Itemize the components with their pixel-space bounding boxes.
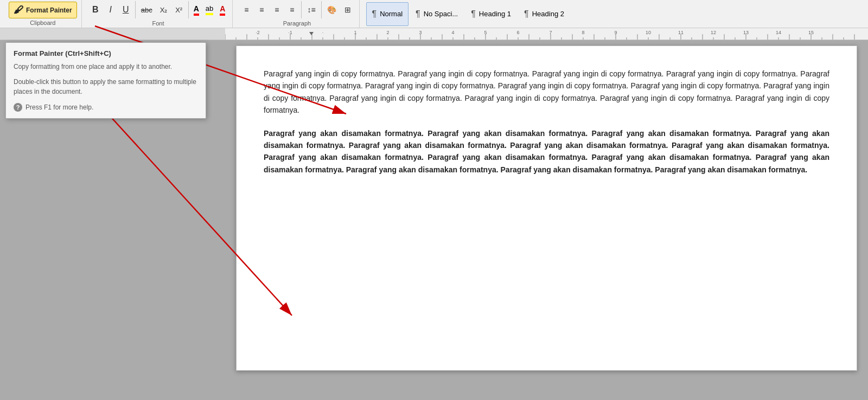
help-text: Press F1 for more help. [25,104,93,111]
svg-text:·1: ·1 [288,30,292,35]
ruler-content: ·2 ·1 · 1 2 3 4 5 6 7 8 9 10 11 12 13 14… [225,28,868,40]
align-justify-button[interactable]: ≡ [285,2,299,17]
format-painter-label: Format Painter [26,7,72,14]
svg-text:·2: ·2 [256,30,260,35]
tooltip-title: Format Painter (Ctrl+Shift+C) [14,49,198,57]
tooltip-help: ? Press F1 for more help. [14,103,198,112]
svg-text:·: · [322,30,324,35]
bold-button[interactable]: B [88,2,103,17]
styles-section: ¶ Normal ¶ No Spaci... ¶ Heading 1 ¶ Hea… [362,0,864,28]
document-paragraph-1: Paragraf yang ingin di copy formatnya. P… [264,68,829,117]
subscript-button[interactable]: X₂ [157,2,171,17]
style-heading1-label: Heading 1 [479,10,511,18]
highlight-icon: ab [206,4,213,12]
format-painter-button[interactable]: 🖌 Format Painter [9,2,77,18]
svg-text:7: 7 [549,30,552,35]
font-color-button[interactable]: A [191,3,202,17]
italic-button[interactable]: I [104,2,118,17]
tooltip-popup: Format Painter (Ctrl+Shift+C) Copy forma… [5,42,206,119]
toolbar: 🖌 Format Painter Clipboard B I U abc X₂ … [0,0,868,28]
text-color-icon: A [220,4,225,13]
svg-text:6: 6 [516,30,519,35]
svg-text:3: 3 [419,30,422,35]
underline-button[interactable]: U [119,2,133,17]
style-heading1-button[interactable]: ¶ Heading 1 [465,2,517,26]
svg-text:12: 12 [711,30,716,35]
line-spacing-button[interactable]: ↕≡ [304,2,318,17]
clipboard-label: Clipboard [30,20,55,26]
borders-button[interactable]: ⊞ [341,2,355,17]
svg-text:8: 8 [582,30,584,35]
svg-text:1: 1 [354,30,356,35]
para-mark-no-spacing: ¶ [416,9,420,19]
align-left-button[interactable]: ≡ [239,2,253,17]
text-color-button[interactable]: A [217,3,228,17]
ruler-svg: ·2 ·1 · 1 2 3 4 5 6 7 8 9 10 11 12 13 14… [225,28,868,40]
divider3 [301,1,302,18]
style-no-spacing-label: No Spaci... [424,10,458,18]
svg-text:5: 5 [484,30,487,35]
style-normal-label: Normal [380,10,403,18]
ruler-margin-left [0,28,225,40]
svg-text:15: 15 [808,30,814,35]
font-color-icon: A [194,4,199,13]
style-heading2-button[interactable]: ¶ Heading 2 [518,2,570,26]
align-right-button[interactable]: ≡ [270,2,284,17]
paragraph-section-label: Paragraph [283,20,311,27]
document-paragraph-2: Paragraf yang akan disamakan formatnya. … [264,127,829,176]
help-icon: ? [14,103,22,112]
font-top-row: B I U abc X₂ X² A ab A [88,1,228,18]
style-normal-button[interactable]: ¶ Normal [366,2,409,26]
para-align-row: ≡ ≡ ≡ ≡ ↕≡ 🎨 ⊞ [239,1,354,18]
para-mark-normal: ¶ [372,9,377,19]
divider2 [188,1,189,18]
svg-text:9: 9 [614,30,617,35]
svg-text:10: 10 [646,30,651,35]
highlight-color-button[interactable]: ab [203,3,216,17]
font-section-label: Font [152,20,164,27]
divider [135,1,136,18]
text-color-bar [220,14,225,16]
strikethrough-button[interactable]: abc [138,2,156,17]
align-center-button[interactable]: ≡ [254,2,269,17]
superscript-button[interactable]: X² [172,2,186,17]
highlight-color-bar [206,13,213,15]
clipboard-section: 🖌 Format Painter Clipboard [4,0,82,28]
divider4 [321,1,322,18]
paragraph-section: ≡ ≡ ≡ ≡ ↕≡ 🎨 ⊞ Paragraph [235,0,359,28]
shading-button[interactable]: 🎨 [324,2,340,17]
document-page: Paragraf yang ingin di copy formatnya. P… [236,46,857,371]
font-section: B I U abc X₂ X² A ab A Font [84,0,233,28]
document-area: Paragraf yang ingin di copy formatnya. P… [225,40,868,400]
svg-text:14: 14 [776,30,781,35]
font-color-bar [194,14,199,16]
svg-text:2: 2 [386,30,389,35]
tooltip-desc: Copy formatting from one place and apply… [14,62,198,72]
style-heading2-label: Heading 2 [532,10,564,18]
svg-text:4: 4 [451,30,454,35]
tooltip-double-click: Double-click this button to apply the sa… [14,77,198,96]
ruler: ·2 ·1 · 1 2 3 4 5 6 7 8 9 10 11 12 13 14… [0,28,868,40]
para-mark-heading2: ¶ [524,9,529,19]
svg-text:11: 11 [678,30,684,35]
para-mark-heading1: ¶ [471,9,476,19]
svg-text:13: 13 [743,30,749,35]
format-painter-icon: 🖌 [14,4,23,16]
style-no-spacing-button[interactable]: ¶ No Spaci... [410,2,464,26]
